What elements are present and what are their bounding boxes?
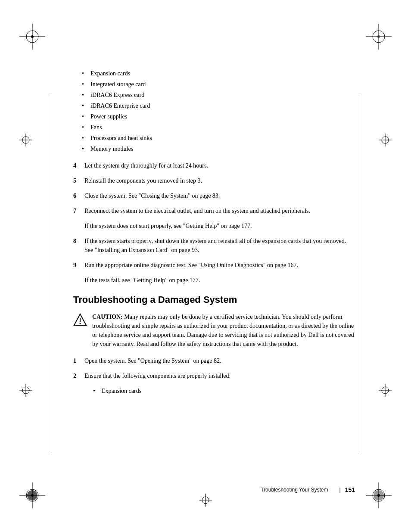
corner-mark-br [366, 482, 392, 508]
step-s2-2: 2 Ensure that the following components a… [73, 371, 355, 380]
bottom-center-mark [199, 494, 212, 508]
corner-mark-bl [19, 482, 45, 508]
main-content: Expansion cards Integrated storage card … [73, 69, 355, 480]
step-4: 4 Let the system dry thoroughly for at l… [73, 161, 355, 170]
list-item: Power supplies [82, 112, 355, 121]
step-s2-1: 1 Open the system. See "Opening the Syst… [73, 356, 355, 365]
step-6: 6 Close the system. See "Closing the Sys… [73, 191, 355, 200]
step-number: 9 [73, 261, 84, 270]
step-content: Let the system dry thoroughly for at lea… [84, 161, 355, 170]
caution-body: Many repairs may only be done by a certi… [92, 314, 354, 347]
step-number: 7 [73, 206, 84, 215]
step-number: 8 [73, 236, 84, 255]
bullet-list-components-2: Expansion cards [73, 386, 355, 395]
list-item: iDRAC6 Express card [82, 90, 355, 100]
corner-mark-tr [366, 24, 392, 50]
list-item: Fans [82, 123, 355, 132]
list-item: Expansion cards [93, 386, 355, 395]
step-content: Run the appropriate online diagnostic te… [84, 261, 355, 270]
step-8: 8 If the system starts properly, shut do… [73, 236, 355, 255]
caution-text: CAUTION: Many repairs may only be done b… [92, 312, 355, 348]
side-line-left [51, 95, 51, 454]
step-number: 5 [73, 176, 84, 185]
footer-page-number: 151 [345, 486, 355, 493]
step-content: Open the system. See "Opening the System… [84, 356, 355, 365]
step-9: 9 Run the appropriate online diagnostic … [73, 261, 355, 270]
caution-box: CAUTION: Many repairs may only be done b… [73, 312, 355, 348]
caution-label: CAUTION: [92, 314, 123, 320]
step-content: Ensure that the following components are… [84, 371, 355, 380]
list-item: Expansion cards [82, 69, 355, 78]
step-content: Reinstall the components you removed in … [84, 176, 355, 185]
footer-divider: | [339, 487, 341, 493]
side-line-right [360, 95, 360, 454]
step-content: Close the system. See "Closing the Syste… [84, 191, 355, 200]
step-number: 1 [73, 356, 84, 365]
side-mark-right-top [379, 134, 392, 148]
step-7-sub: If the system does not start properly, s… [84, 221, 355, 230]
side-mark-left-bottom [19, 384, 32, 398]
page: Expansion cards Integrated storage card … [0, 0, 411, 532]
step-9-sub: If the tests fail, see "Getting Help" on… [84, 276, 355, 285]
corner-mark-tl [19, 24, 45, 50]
list-item: Integrated storage card [82, 80, 355, 89]
section-heading: Troubleshooting a Damaged System [73, 294, 355, 305]
caution-icon [73, 313, 87, 329]
footer: Troubleshooting Your System | 151 [73, 486, 355, 493]
side-mark-right-bottom [379, 384, 392, 398]
side-mark-left-top [19, 134, 32, 148]
step-number: 2 [73, 371, 84, 380]
step-5: 5 Reinstall the components you removed i… [73, 176, 355, 185]
list-item: iDRAC6 Enterprise card [82, 101, 355, 110]
footer-section-label: Troubleshooting Your System [261, 487, 328, 493]
bullet-list-components: Expansion cards Integrated storage card … [73, 69, 355, 153]
step-number: 6 [73, 191, 84, 200]
step-content: If the system starts properly, shut down… [84, 236, 355, 255]
step-content: Reconnect the system to the electrical o… [84, 206, 355, 215]
list-item: Processors and heat sinks [82, 134, 355, 143]
step-number: 4 [73, 161, 84, 170]
svg-point-35 [80, 323, 81, 324]
list-item: Memory modules [82, 144, 355, 153]
step-7: 7 Reconnect the system to the electrical… [73, 206, 355, 215]
